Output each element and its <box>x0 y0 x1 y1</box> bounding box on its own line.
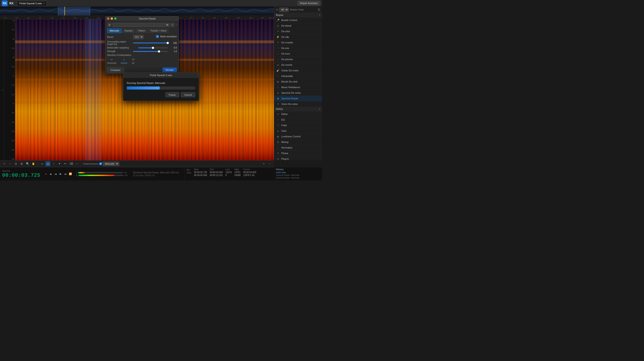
magic-wand-button[interactable]: ✦ <box>57 161 62 166</box>
waveform-overview[interactable] <box>0 7 322 16</box>
instant-process-select[interactable]: Attenuate <box>103 162 119 166</box>
svg-text:3.0: 3.0 <box>74 17 76 19</box>
select-freq-button[interactable]: ▭ <box>46 161 50 166</box>
sidebar-item-de-clip[interactable]: ⚡ De-clip <box>274 34 322 40</box>
voice-de-noise-icon: 🎙 <box>276 102 280 106</box>
interp-vertical-btn[interactable]: ↕ Vertical <box>121 58 128 64</box>
filter-icon[interactable]: ☰ <box>318 8 320 12</box>
sidebar-item-loudness-control[interactable]: ◉ Loudness Control <box>274 134 322 139</box>
sidebar-item-plug-in[interactable]: ⊕ Plug-in <box>274 156 322 160</box>
magnifier-button[interactable]: 🔍 <box>25 161 30 166</box>
play-btn[interactable]: ▶ <box>58 172 62 176</box>
bands-select[interactable]: 512 <box>133 35 144 39</box>
panel-help-icon[interactable]: ? <box>176 24 177 26</box>
loop-btn[interactable]: 🔁 <box>68 172 72 176</box>
view-low-value: 0 <box>226 174 232 176</box>
sidebar-item-mouth-de-click[interactable]: ◉ Mouth De-click <box>274 79 322 84</box>
sidebar-item-guitar-de-noise[interactable]: 🎸 Guitar De-noise <box>274 68 322 73</box>
utility-section-title: Utility <box>276 108 283 110</box>
tab-pattern[interactable]: Pattern <box>136 28 148 33</box>
erase-button[interactable]: ⌫ <box>69 161 74 166</box>
filter-select[interactable]: All <box>279 8 289 12</box>
history-item-2[interactable]: Spectral Repair: Attenuate <box>276 176 320 179</box>
mixing-label: Mixing <box>281 141 288 143</box>
panel-preset-select[interactable] <box>112 23 169 27</box>
svg-text:9.0: 9.0 <box>213 17 216 19</box>
sidebar-item-de-hum[interactable]: ⟁ De-hum <box>274 51 322 56</box>
utility-section-header[interactable]: Utility ▾ <box>274 107 322 112</box>
before-after-slider[interactable] <box>138 48 168 48</box>
more-tools-button[interactable]: ⋯ <box>74 161 80 166</box>
select-time-button[interactable]: ▭ <box>40 161 44 166</box>
sidebar-item-breath-control[interactable]: 🎤 Breath Control <box>274 18 322 23</box>
sidebar-item-de-plosive[interactable]: ○ De-plosive <box>274 56 322 62</box>
record-btn[interactable]: ● <box>44 172 48 176</box>
sidebar-item-mixing[interactable]: ⊞ Mixing <box>274 139 322 145</box>
sidebar-item-eq[interactable]: ≈ EQ <box>274 117 322 122</box>
playhead-marker[interactable] <box>64 7 65 16</box>
de-bleed-icon: ◈ <box>276 24 280 27</box>
sidebar-item-interpolate[interactable]: ≈ Interpolate <box>274 73 322 79</box>
sidebar-item-de-crackle[interactable]: ✦ De-crackle <box>274 40 322 46</box>
sidebar-item-de-reverb[interactable]: ◈ De-reverb <box>274 62 322 68</box>
sidebar-item-gain[interactable]: ▲ Gain <box>274 128 322 134</box>
selection-region[interactable] <box>58 7 90 16</box>
tab-partials-noise[interactable]: Partials + Noise <box>148 28 169 33</box>
normalize-icon: ↕ <box>276 146 280 149</box>
file-tab[interactable]: Pedal Squeak 5.wav × <box>17 1 47 6</box>
hand-tool-button[interactable]: ✋ <box>31 161 36 166</box>
multi-resolution-checkbox[interactable]: ✓ <box>156 35 159 38</box>
pause-button[interactable]: Pause <box>166 92 179 97</box>
sidebar-item-de-click[interactable]: ✦ De-click <box>274 29 322 34</box>
tab-replace[interactable]: Replace <box>122 28 135 33</box>
interp-horizontal-btn[interactable]: ↔ Horizontal <box>107 58 116 64</box>
tab-attenuate[interactable]: Attenuate <box>107 28 122 33</box>
panel-menu-icon[interactable]: ≡ <box>170 22 175 27</box>
sidebar-item-phase[interactable]: ⟳ Phase <box>274 150 322 156</box>
panel-minimize-dot[interactable] <box>111 18 113 20</box>
repair-section-header[interactable]: Repair ▾ <box>274 13 322 18</box>
surrounding-region-slider[interactable] <box>133 42 168 44</box>
sidebar-item-spectral-de-noise[interactable]: ◈ Spectral De-noise <box>274 90 322 96</box>
repair-assistant-button[interactable]: Repair Assistant <box>298 1 320 5</box>
zoom-in-button[interactable]: + <box>2 161 7 166</box>
sidebar-item-fade[interactable]: ↗ Fade <box>274 122 322 128</box>
compare-button[interactable]: Compare <box>107 68 124 72</box>
level-meters: L -82 R -8.6 <box>76 172 128 176</box>
sidebar-item-voice-de-noise[interactable]: 🎙 Voice De-noise <box>274 101 322 107</box>
sidebar-item-spectral-repair[interactable]: ◈ Spectral Repair <box>274 96 322 101</box>
panel-close-dot[interactable] <box>107 18 109 20</box>
instant-process-checkbox[interactable] <box>99 162 102 165</box>
stop-btn[interactable]: ■ <box>49 172 53 176</box>
strength-slider[interactable] <box>133 51 168 52</box>
zoom-out-horiz[interactable]: − <box>267 161 272 166</box>
render-button[interactable]: Render <box>162 68 177 72</box>
pencil-button[interactable]: ✏ <box>63 161 68 166</box>
info-panel: Sel. View Start 00:00:03.725 00:00:00.00… <box>184 167 274 180</box>
sidebar-item-normalize[interactable]: ↕ Normalize <box>274 145 322 150</box>
sidebar-item-music-rebalance[interactable]: ♫ Music Rebalance <box>274 84 322 90</box>
sidebar-item-de-bleed[interactable]: ◈ De-bleed <box>274 23 322 29</box>
zoom-fit-button[interactable]: ⊡ <box>14 161 18 166</box>
normalize-label: Normalize <box>281 146 292 149</box>
interp-2d-btn[interactable]: ⊹ 2D <box>132 57 134 64</box>
history-title: History <box>276 168 320 171</box>
history-item-0[interactable]: Initial State <box>276 171 320 174</box>
gain-label: Gain <box>281 130 286 132</box>
de-reverb-label: De-reverb <box>281 64 292 66</box>
history-item-1[interactable]: Spectral Repair: Attenuate <box>276 174 320 176</box>
tab-close-btn[interactable]: × <box>43 2 44 5</box>
zoom-out-button[interactable]: − <box>8 161 12 166</box>
dialog-buttons: Pause Cancel <box>127 92 195 97</box>
zoom-in-horiz[interactable]: + <box>262 161 266 166</box>
lasso-button[interactable]: ○ <box>51 161 56 166</box>
rewind-btn[interactable]: ⏮ <box>54 172 58 176</box>
sidebar-item-de-ess[interactable]: 〰 De-ess <box>274 46 322 51</box>
forward-btn[interactable]: ⏭ <box>64 172 68 176</box>
right-meter-track <box>78 175 123 176</box>
zoom-100-button[interactable]: ⊞ <box>19 161 24 166</box>
panel-settings-icon[interactable]: ⚙ <box>107 22 112 27</box>
cancel-button[interactable]: Cancel <box>181 92 195 97</box>
panel-maximize-dot[interactable] <box>114 18 116 20</box>
sidebar-item-dither[interactable]: ≋ Dither <box>274 112 322 117</box>
